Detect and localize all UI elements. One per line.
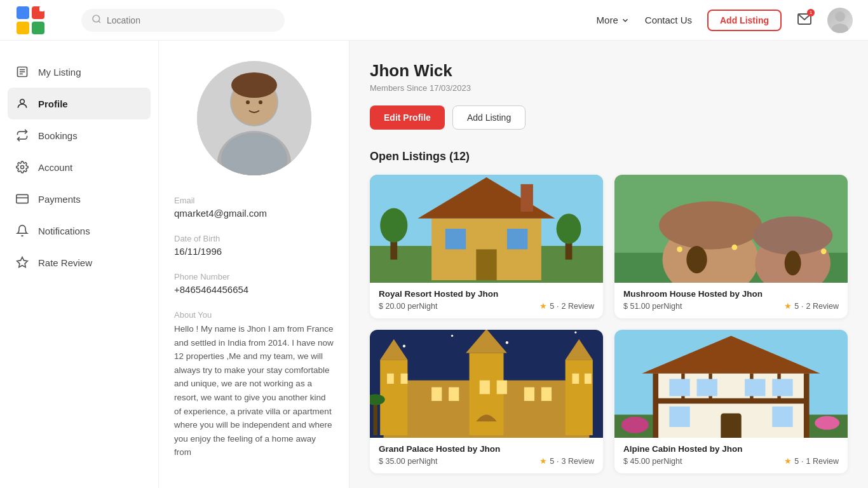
svg-point-14 [20, 99, 25, 104]
listing-price: $ 20.00 perNight [379, 302, 437, 311]
search-input[interactable] [107, 15, 275, 25]
add-listing-button[interactable]: Add Listing [707, 10, 782, 31]
listing-price: $ 51.00 perNight [623, 302, 682, 311]
sidebar-item-label: Bookings [38, 130, 78, 141]
listing-card[interactable]: Royal Resort Hosted by Jhon $ 20.00 perN… [370, 175, 603, 318]
listing-price: $ 35.00 perNight [379, 457, 437, 466]
add-listing-profile-button[interactable]: Add Listing [452, 105, 526, 130]
svg-point-93 [621, 417, 649, 433]
main-layout: My Listing Profile Bookings [0, 41, 868, 488]
main-profile: Jhon Wick Members Since 17/03/2023 Edit … [349, 41, 868, 488]
listing-info: Royal Resort Hosted by Jhon $ 20.00 perN… [370, 283, 603, 318]
listing-name: Alpine Cabin Hosted by Jhon [623, 444, 839, 454]
svg-rect-33 [507, 229, 527, 249]
about-value: Hello ! My name is Jhon I am from France… [174, 322, 334, 459]
edit-profile-button[interactable]: Edit Profile [370, 105, 445, 130]
listing-info: Mushroom House Hosted by Jhon $ 51.00 pe… [614, 283, 848, 318]
svg-rect-89 [772, 379, 792, 396]
listing-card[interactable]: Grand Palace Hosted by Jhon $ 35.00 perN… [370, 330, 603, 473]
listing-rating: ★ 5 · 2 Review [784, 301, 839, 311]
svg-point-94 [815, 416, 839, 430]
listing-card[interactable]: Alpine Cabin Hosted by Jhon $ 45.00 perN… [614, 330, 848, 473]
svg-point-47 [785, 251, 801, 276]
svg-point-9 [832, 24, 848, 33]
more-menu[interactable]: More [597, 15, 630, 25]
review-count: 3 Review [562, 457, 594, 466]
sidebar-item-notifications[interactable]: Notifications [0, 215, 158, 247]
listing-image [614, 175, 848, 283]
profile-since: Members Since 17/03/2023 [370, 83, 848, 93]
sidebar: My Listing Profile Bookings [0, 41, 159, 488]
listing-meta: $ 35.00 perNight ★ 5 · 3 Review [379, 456, 594, 466]
rating-separator: · [801, 302, 803, 311]
sidebar-item-profile[interactable]: Profile [8, 88, 151, 119]
sidebar-item-bookings[interactable]: Bookings [0, 119, 158, 151]
listing-meta: $ 20.00 perNight ★ 5 · 2 Review [379, 301, 594, 311]
svg-rect-71 [572, 374, 579, 384]
svg-point-50 [821, 248, 827, 254]
more-label: More [597, 15, 618, 25]
star-icon [15, 255, 29, 269]
header-right: More Contact Us Add Listing 1 [597, 8, 853, 33]
listing-price: $ 45.00 perNight [623, 457, 682, 466]
svg-rect-70 [541, 387, 552, 401]
logo[interactable] [15, 5, 66, 36]
sidebar-item-payments[interactable]: Payments [0, 183, 158, 215]
dob-label: Date of Birth [174, 234, 334, 243]
sidebar-item-my-listing[interactable]: My Listing [0, 56, 158, 88]
rating-separator: · [557, 457, 559, 466]
mail-button[interactable]: 1 [797, 11, 812, 29]
search-bar[interactable] [81, 9, 285, 32]
email-value: qmarket4@gmail.com [174, 208, 334, 219]
svg-point-15 [21, 166, 24, 169]
listing-rating: ★ 5 · 3 Review [539, 456, 594, 466]
rating-separator: · [557, 302, 559, 311]
svg-line-6 [98, 21, 100, 23]
list-icon [15, 65, 29, 79]
listing-info: Alpine Cabin Hosted by Jhon $ 45.00 perN… [614, 438, 848, 473]
svg-rect-61 [566, 360, 593, 435]
sidebar-item-rate-review[interactable]: Rate Review [0, 247, 158, 278]
phone-value: +8465464456654 [174, 284, 334, 295]
listing-name: Mushroom House Hosted by Jhon [623, 289, 839, 299]
svg-point-53 [451, 335, 453, 337]
svg-point-8 [835, 11, 845, 22]
gear-icon [15, 160, 29, 174]
listing-card[interactable]: Mushroom House Hosted by Jhon $ 51.00 pe… [614, 175, 848, 318]
svg-point-48 [677, 247, 682, 252]
svg-point-25 [231, 72, 277, 98]
svg-rect-92 [721, 413, 741, 438]
listing-info: Grand Palace Hosted by Jhon $ 35.00 perN… [370, 438, 603, 473]
sidebar-item-label: Notifications [38, 226, 90, 236]
sidebar-item-label: Rate Review [38, 257, 92, 268]
svg-rect-87 [697, 379, 717, 396]
contact-us-link[interactable]: Contact Us [645, 15, 692, 25]
svg-point-46 [686, 246, 707, 273]
card-icon [15, 192, 29, 206]
rating-value: 5 [550, 302, 554, 311]
listings-title: Open Listings (12) [370, 150, 848, 163]
sidebar-item-label: Payments [38, 194, 81, 205]
dob-field: Date of Birth 16/11/1996 [174, 234, 334, 257]
svg-point-39 [557, 214, 581, 243]
svg-rect-2 [17, 22, 29, 34]
listing-name: Grand Palace Hosted by Jhon [379, 444, 594, 454]
profile-actions: Edit Profile Add Listing [370, 105, 848, 130]
listing-meta: $ 51.00 perNight ★ 5 · 2 Review [623, 301, 839, 311]
svg-rect-68 [497, 381, 507, 395]
listing-rating: ★ 5 · 2 Review [539, 301, 594, 311]
svg-rect-91 [772, 407, 792, 427]
svg-point-37 [380, 208, 407, 243]
sidebar-item-label: Account [38, 162, 72, 173]
svg-rect-65 [431, 387, 442, 401]
svg-rect-0 [17, 6, 29, 19]
svg-rect-72 [585, 374, 592, 384]
user-avatar[interactable] [827, 8, 853, 33]
sidebar-item-account[interactable]: Account [0, 151, 158, 183]
svg-rect-64 [401, 374, 408, 384]
search-icon [92, 14, 102, 27]
rating-value: 5 [550, 457, 554, 466]
svg-rect-67 [480, 381, 490, 395]
phone-label: Phone Number [174, 272, 334, 281]
listing-rating: ★ 5 · 1 Review [784, 456, 839, 466]
